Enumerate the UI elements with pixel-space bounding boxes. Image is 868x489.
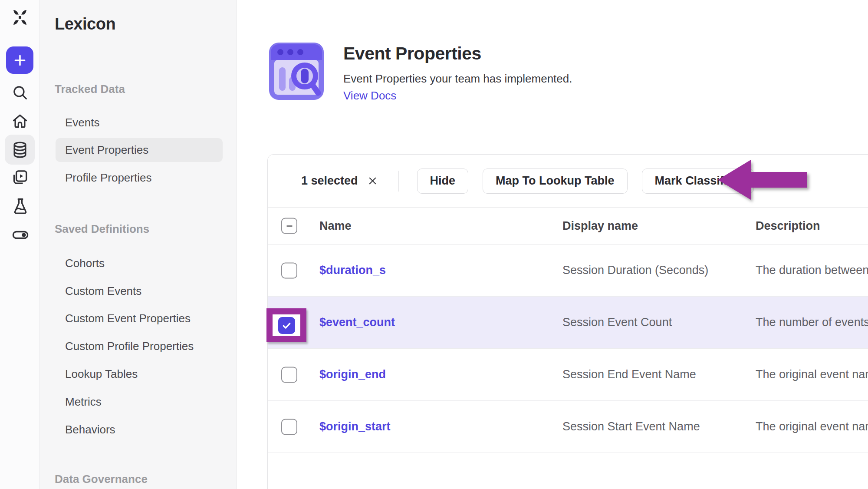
event-properties-card: 1 selected Hide Map To Lookup Table Mark… <box>267 154 868 489</box>
display-name-cell: Session End Event Name <box>562 349 696 400</box>
map-to-lookup-table-button[interactable]: Map To Lookup Table <box>483 169 627 194</box>
display-name-cell: Session Start Event Name <box>562 401 700 453</box>
view-docs-link[interactable]: View Docs <box>343 89 396 102</box>
sidebar-item-cohorts[interactable]: Cohorts <box>56 251 223 275</box>
create-plus-button[interactable] <box>6 46 33 74</box>
toolbar-divider <box>398 171 399 192</box>
checkmark-icon <box>280 319 293 332</box>
table-row[interactable]: $origin_end Session End Event Name The o… <box>268 349 868 401</box>
sidebar-title: Lexicon <box>55 15 115 33</box>
annotation-arrow-icon <box>717 159 809 200</box>
description-cell: The number of events <box>756 297 868 348</box>
sidebar-item-custom-events[interactable]: Custom Events <box>56 279 223 303</box>
event-properties-app-icon <box>267 40 326 102</box>
mixpanel-logo-icon[interactable] <box>10 7 30 28</box>
row-checkbox[interactable] <box>281 262 297 278</box>
property-name-link[interactable]: $duration_s <box>319 244 386 296</box>
clear-selection-icon[interactable] <box>367 175 378 187</box>
lexicon-sidebar: Lexicon Tracked Data Events Event Proper… <box>40 0 237 489</box>
sidebar-item-behaviors[interactable]: Behaviors <box>56 418 223 442</box>
page-subtitle: Event Properties your team has implement… <box>343 72 572 86</box>
section-data-governance: Data Governance <box>55 472 148 486</box>
feature-flags-toggle-icon[interactable] <box>11 226 30 244</box>
table-header: Name Display name Description <box>268 208 868 244</box>
column-header-display-name[interactable]: Display name <box>562 208 638 244</box>
description-cell: The original event nam <box>756 401 868 453</box>
sidebar-item-metrics[interactable]: Metrics <box>56 390 223 414</box>
sidebar-item-profile-properties[interactable]: Profile Properties <box>56 166 223 190</box>
property-name-link[interactable]: $origin_end <box>319 349 386 400</box>
display-name-cell: Session Event Count <box>562 297 672 348</box>
home-icon[interactable] <box>11 112 29 130</box>
section-tracked-data: Tracked Data <box>55 83 125 96</box>
boards-icon[interactable] <box>11 169 29 187</box>
data-definitions-nav-selected[interactable] <box>5 135 35 165</box>
sidebar-item-events[interactable]: Events <box>56 111 223 135</box>
table-row-selected[interactable]: $event_count Session Event Count The num… <box>268 297 868 349</box>
section-saved-definitions: Saved Definitions <box>55 222 149 236</box>
table-row[interactable]: $origin_start Session Start Event Name T… <box>268 401 868 453</box>
property-name-link[interactable]: $origin_start <box>319 401 391 453</box>
sidebar-item-event-properties[interactable]: Event Properties <box>56 138 223 162</box>
icon-rail <box>0 0 40 489</box>
search-icon[interactable] <box>11 83 29 102</box>
selection-count: 1 selected <box>301 174 358 188</box>
sidebar-item-custom-profile-properties[interactable]: Custom Profile Properties <box>56 334 223 358</box>
display-name-cell: Session Duration (Seconds) <box>562 244 708 296</box>
sidebar-item-lookup-tables[interactable]: Lookup Tables <box>56 362 223 386</box>
row-checkbox-checked[interactable] <box>278 317 295 334</box>
experiments-flask-icon[interactable] <box>11 196 30 216</box>
annotation-checkbox-highlight <box>266 308 306 342</box>
description-cell: The original event nam <box>756 349 868 400</box>
database-icon <box>10 140 30 159</box>
hide-button[interactable]: Hide <box>417 169 469 194</box>
select-all-checkbox[interactable] <box>281 218 297 234</box>
page-title: Event Properties <box>343 43 481 64</box>
table-row[interactable]: $duration_s Session Duration (Seconds) T… <box>268 244 868 297</box>
column-header-description[interactable]: Description <box>756 208 820 244</box>
property-name-link[interactable]: $event_count <box>319 297 395 348</box>
sidebar-item-custom-event-properties[interactable]: Custom Event Properties <box>56 307 223 330</box>
column-header-name[interactable]: Name <box>319 208 352 244</box>
row-checkbox[interactable] <box>281 419 297 435</box>
description-cell: The duration between <box>756 244 868 296</box>
row-checkbox[interactable] <box>281 367 297 383</box>
plus-icon <box>11 52 29 69</box>
